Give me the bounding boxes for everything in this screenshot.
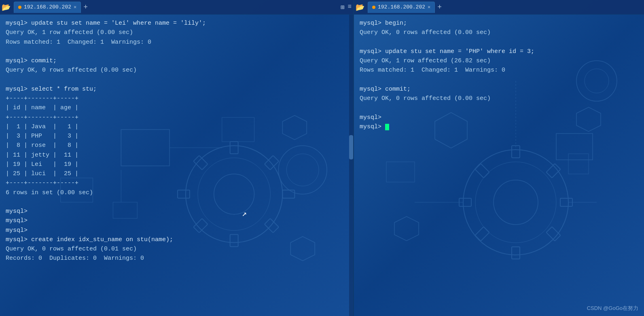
left-folder-icon[interactable]: 📂 <box>2 3 11 12</box>
empty-line <box>6 47 347 56</box>
empty-line <box>360 103 638 112</box>
empty-line <box>6 197 347 207</box>
right-tab-add[interactable]: + <box>437 3 442 11</box>
output-line: Rows matched: 1 Changed: 1 Warnings: 0 <box>6 38 347 47</box>
watermark: CSDN @GoGo在努力 <box>587 305 638 312</box>
empty-line <box>6 75 347 85</box>
cmd-line: mysql> <box>360 122 638 131</box>
cmd-line: mysql> commit; <box>6 56 347 66</box>
cmd-line: mysql> create index idx_stu_name on stu(… <box>6 235 347 244</box>
cmd-line: mysql> <box>6 207 347 216</box>
right-tab-close[interactable]: ✕ <box>428 4 430 10</box>
right-tab-bar: 📂 192.168.200.202 ✕ + <box>354 0 644 15</box>
left-tab-bar: 📂 192.168.200.202 ✕ + ⊞ ≡ <box>0 0 353 15</box>
menu-icon[interactable]: ≡ <box>347 3 352 11</box>
grid-icon[interactable]: ⊞ <box>341 3 345 11</box>
left-tab-close[interactable]: ✕ <box>74 4 76 10</box>
output-line: +----+-------+-----+ <box>6 94 347 103</box>
left-terminal-content[interactable]: mysql> update stu set name = 'Lei' where… <box>0 15 353 316</box>
output-line: | 25 | luci | 25 | <box>6 169 347 178</box>
output-line: | 1 | Java | 1 | <box>6 122 347 131</box>
output-line: Query OK, 1 row affected (26.82 sec) <box>360 56 638 66</box>
right-tab-1[interactable]: 192.168.200.202 ✕ <box>368 2 435 13</box>
left-tab-label: 192.168.200.202 <box>24 4 71 10</box>
output-line: +----+-------+-----+ <box>6 178 347 188</box>
left-terminal-pane: 📂 192.168.200.202 ✕ + ⊞ ≡ mysql> update … <box>0 0 354 316</box>
right-tab-label: 192.168.200.202 <box>378 4 425 10</box>
cmd-line: mysql> commit; <box>360 85 638 94</box>
cmd-line: mysql> begin; <box>360 19 638 28</box>
left-scrollbar-thumb[interactable] <box>349 135 353 159</box>
left-scrollbar[interactable] <box>349 15 353 316</box>
cmd-line: mysql> select * from stu; <box>6 85 347 94</box>
output-line: Rows matched: 1 Changed: 1 Warnings: 0 <box>360 66 638 75</box>
cmd-line: mysql> <box>6 216 347 225</box>
output-line: | 11 | jetty | 11 | <box>6 151 347 160</box>
right-terminal-pane: 📂 192.168.200.202 ✕ + mysql> begin;Query… <box>354 0 644 316</box>
right-folder-icon[interactable]: 📂 <box>356 3 364 12</box>
output-line: Query OK, 0 rows affected (0.01 sec) <box>6 244 347 254</box>
cmd-line: mysql> update stu set name = 'PHP' where… <box>360 47 638 56</box>
right-tab-dot <box>372 6 375 9</box>
output-line: | 3 | PHP | 3 | <box>6 131 347 141</box>
empty-line <box>360 75 638 85</box>
cmd-line: mysql> update stu set name = 'Lei' where… <box>6 19 347 28</box>
output-line: | 8 | rose | 8 | <box>6 141 347 150</box>
output-line: | 19 | Lei | 19 | <box>6 160 347 169</box>
empty-line <box>360 38 638 47</box>
left-tab-dot <box>18 6 21 9</box>
right-terminal-content[interactable]: mysql> begin;Query OK, 0 rows affected (… <box>354 15 644 316</box>
output-line: 6 rows in set (0.00 sec) <box>6 188 347 197</box>
output-line: Records: 0 Duplicates: 0 Warnings: 0 <box>6 254 347 263</box>
cmd-line: mysql> <box>6 226 347 235</box>
output-line: Query OK, 0 rows affected (0.00 sec) <box>360 28 638 37</box>
output-line: +----+-------+-----+ <box>6 113 347 122</box>
left-tab-1[interactable]: 192.168.200.202 ✕ <box>14 2 81 13</box>
cmd-line: mysql> <box>360 113 638 122</box>
output-line: Query OK, 1 row affected (0.00 sec) <box>6 28 347 37</box>
main-container: 📂 192.168.200.202 ✕ + ⊞ ≡ mysql> update … <box>0 0 644 316</box>
output-line: Query OK, 0 rows affected (0.00 sec) <box>6 66 347 75</box>
left-tab-add[interactable]: + <box>83 3 88 11</box>
terminal-cursor <box>385 124 389 130</box>
output-line: | id | name | age | <box>6 103 347 112</box>
output-line: Query OK, 0 rows affected (0.00 sec) <box>360 94 638 103</box>
left-tab-icons-right: ⊞ ≡ <box>341 3 352 11</box>
